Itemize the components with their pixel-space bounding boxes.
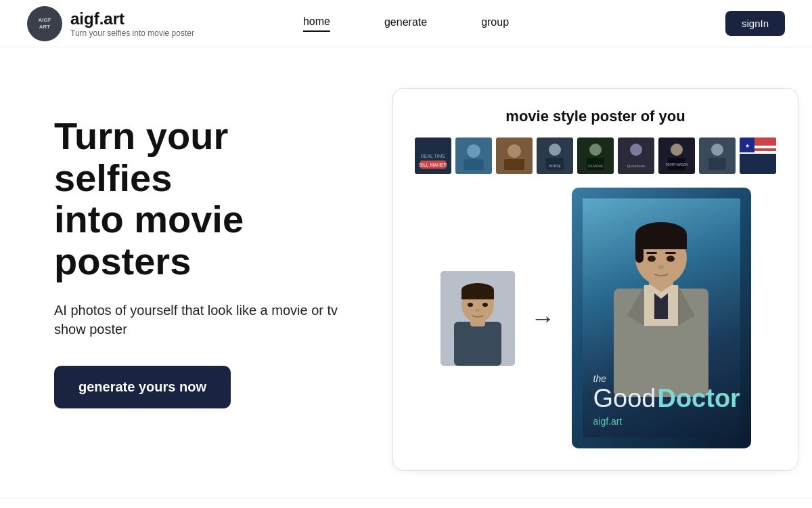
svg-rect-55 [646, 252, 657, 254]
svg-point-26 [711, 144, 723, 156]
svg-rect-56 [665, 252, 676, 254]
poster-person-figure [587, 207, 736, 397]
signin-button[interactable]: signIn [725, 11, 785, 36]
thumbnail-8[interactable] [699, 137, 736, 174]
svg-text:BILL MAHER: BILL MAHER [419, 163, 447, 167]
nav-logo: AIGF ART [27, 6, 62, 41]
poster-text-overlay: the Good Doctor aigf.art [593, 373, 729, 427]
navbar: AIGF ART aigf.art Turn your selfies into… [0, 0, 812, 47]
svg-point-22 [671, 144, 683, 156]
svg-point-54 [667, 256, 675, 262]
thumbnail-strip: REAL TIMEBILL MAHER HORSE GILMORE Quacks… [415, 137, 776, 174]
svg-point-15 [589, 144, 602, 156]
poster-content: the Good Doctor aigf.art [583, 198, 740, 438]
svg-point-44 [476, 309, 480, 312]
thumbnail-9[interactable]: ★ [740, 137, 776, 174]
movie-poster-card: movie style poster of you REAL TIMEBILL … [392, 88, 798, 471]
svg-rect-52 [635, 233, 644, 263]
svg-text:GILMORE: GILMORE [587, 164, 604, 168]
thumbnail-3[interactable] [496, 137, 533, 174]
bottom-section: how it work [0, 498, 812, 508]
nav-brand[interactable]: AIGF ART aigf.art Turn your selfies into… [27, 6, 194, 41]
nav-link-home[interactable]: home [303, 16, 330, 32]
thumbnail-1[interactable]: REAL TIMEBILL MAHER [415, 137, 451, 174]
svg-point-42 [468, 303, 473, 307]
transformation-row: → [415, 188, 776, 448]
svg-rect-6 [464, 159, 484, 170]
hero-subtitle: AI photos of yourself that look like a m… [54, 301, 365, 339]
nav-link-group[interactable]: group [481, 16, 509, 31]
nav-link-generate[interactable]: generate [384, 16, 427, 31]
hero-title: Turn your selfies into movie posters [54, 115, 365, 282]
svg-text:★: ★ [745, 143, 750, 149]
svg-text:HORSE: HORSE [549, 164, 561, 168]
transformation-arrow: → [531, 304, 556, 333]
result-poster: the Good Doctor aigf.art [572, 188, 751, 448]
left-panel: Turn your selfies into movie posters AI … [54, 88, 365, 408]
thumbnail-2[interactable] [455, 137, 492, 174]
poster-the: the [593, 373, 729, 384]
nav-site-title: aigf.art [70, 9, 194, 28]
svg-point-19 [630, 144, 642, 156]
svg-text:REAL TIME: REAL TIME [421, 154, 446, 158]
svg-point-8 [508, 144, 521, 158]
svg-text:Quackson: Quackson [627, 164, 645, 168]
poster-doctor: Doctor [657, 384, 740, 413]
thumbnail-6[interactable]: Quackson [618, 137, 654, 174]
svg-rect-37 [454, 322, 501, 366]
nav-site-subtitle: Turn your selfies into movie poster [70, 28, 194, 38]
poster-watermark: aigf.art [593, 416, 729, 427]
nav-links: home generate group [303, 16, 509, 32]
svg-text:PERRY MASON: PERRY MASON [665, 163, 687, 167]
svg-point-53 [648, 256, 656, 262]
thumbnail-7[interactable]: PERRY MASON [658, 137, 695, 174]
poster-show-name: Good Doctor [593, 384, 729, 413]
svg-point-57 [658, 265, 664, 269]
thumbnail-5[interactable]: GILMORE [577, 137, 614, 174]
svg-point-11 [549, 144, 561, 156]
svg-rect-41 [461, 290, 494, 299]
thumbnail-4[interactable]: HORSE [537, 137, 573, 174]
main-content: Turn your selfies into movie posters AI … [0, 47, 812, 498]
svg-point-43 [482, 303, 488, 307]
nav-title-group: aigf.art Turn your selfies into movie po… [70, 9, 194, 38]
selfie-photo [441, 271, 515, 366]
svg-rect-27 [708, 158, 726, 170]
svg-point-5 [467, 144, 480, 158]
cta-generate-button[interactable]: generate yours now [54, 366, 231, 408]
card-title: movie style poster of you [415, 108, 776, 125]
poster-good: Good [593, 384, 656, 413]
svg-rect-9 [504, 159, 524, 170]
